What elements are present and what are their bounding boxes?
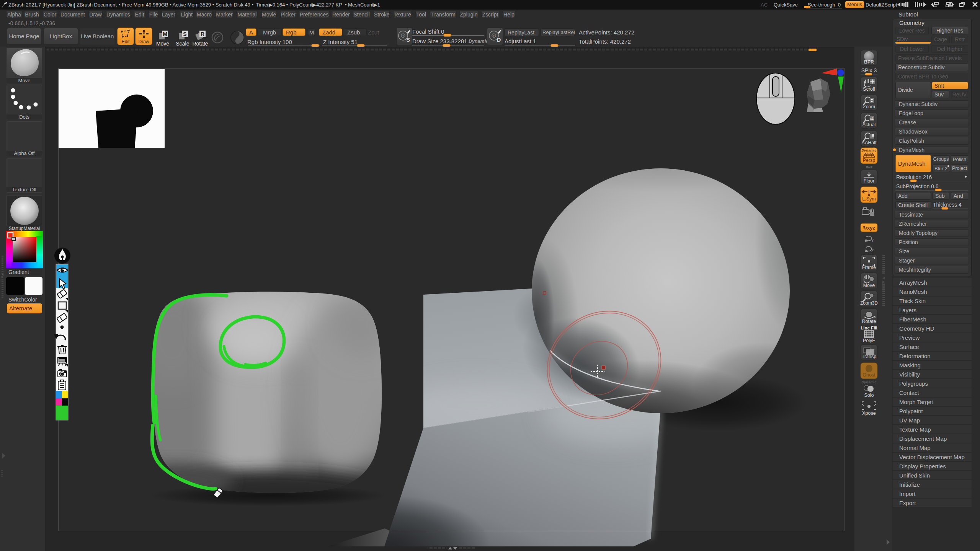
svg-text:Ghost: Ghost	[862, 372, 875, 378]
svg-text:Floor: Floor	[864, 178, 874, 184]
svg-text:Rotate: Rotate	[862, 319, 876, 324]
svg-text:AAHalf: AAHalf	[862, 140, 877, 145]
svg-text:L.Sym: L.Sym	[862, 196, 875, 202]
svg-text:R: R	[201, 31, 204, 37]
svg-text:Transp: Transp	[862, 354, 876, 359]
svg-text:x1: x1	[870, 117, 874, 121]
svg-text:Move: Move	[863, 283, 875, 288]
svg-text:BPR: BPR	[864, 59, 874, 65]
svg-text:Actual: Actual	[862, 122, 876, 127]
svg-text:PolyF: PolyF	[863, 338, 875, 343]
svg-text:+: +	[493, 34, 495, 38]
svg-text:Line Fill: Line Fill	[861, 326, 877, 330]
svg-text:Frame: Frame	[862, 265, 876, 270]
svg-text:↻xyz: ↻xyz	[863, 225, 875, 231]
svg-text:D: D	[497, 36, 501, 43]
svg-text:Dynamic: Dynamic	[861, 148, 877, 152]
svg-text:Zoom3D: Zoom3D	[860, 300, 878, 306]
svg-text:M: M	[163, 31, 167, 37]
svg-text:+: +	[402, 34, 404, 38]
svg-text:Y: Y	[871, 238, 874, 243]
svg-text:Zoom: Zoom	[863, 104, 875, 109]
svg-text:Persp: Persp	[863, 158, 875, 163]
svg-text:Xpose: Xpose	[862, 411, 875, 416]
svg-text:Z: Z	[871, 249, 874, 253]
svg-text:Scroll: Scroll	[863, 86, 875, 92]
svg-text:SPix 3: SPix 3	[861, 67, 877, 73]
svg-text:Solo: Solo	[864, 393, 874, 398]
svg-text:Dynamic: Dynamic	[861, 380, 877, 384]
svg-text:S: S	[406, 36, 410, 43]
svg-text:S: S	[183, 31, 186, 37]
